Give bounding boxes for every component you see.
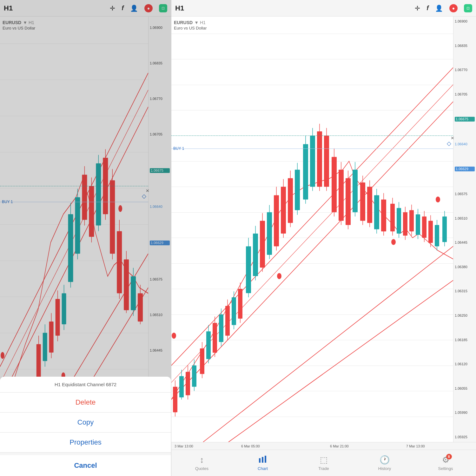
price-label: 1.06640: [455, 142, 475, 146]
right-panel: H1 ✛ f 👤 ● ⊡ EURUSD ▼ H1 Euro vs US Doll…: [171, 0, 476, 476]
bottom-nav: ↕ Quotes Chart ⬚ Trade 🕐 Histo: [171, 450, 476, 476]
price-label: 1.06185: [455, 338, 475, 342]
context-menu: H1 Equidistant Channel 6872 Delete Copy …: [0, 377, 171, 476]
svg-rect-140: [262, 457, 263, 463]
nav-chart-label: Chart: [258, 466, 268, 471]
right-crosshair-marker: ✕: [451, 136, 454, 141]
drawing-icon-r[interactable]: 👤: [435, 4, 443, 12]
right-chart-desc: Euro vs US Dollar: [174, 26, 207, 30]
nav-trade-label: Trade: [318, 466, 329, 471]
properties-button[interactable]: Properties: [0, 433, 171, 453]
price-label: 1.06510: [455, 217, 475, 220]
history-icon: 🕐: [380, 455, 390, 465]
price-label: 1.06445: [455, 241, 475, 244]
svg-line-54: [228, 280, 453, 442]
price-label-current-r: 1.06675: [455, 117, 475, 122]
price-label: 1.06120: [455, 362, 475, 366]
svg-point-58: [436, 196, 440, 202]
price-label: 1.06250: [455, 314, 475, 317]
nav-trade[interactable]: ⬚ Trade: [308, 455, 340, 471]
context-menu-title: H1 Equidistant Channel 6872: [0, 377, 171, 393]
indicator2-icon-r[interactable]: ⊡: [464, 4, 472, 12]
price-label: 1.05925: [455, 435, 475, 439]
right-header-icons: ✛ f 👤 ● ⊡: [415, 4, 472, 12]
right-price-axis: 1.06900 1.06835 1.06770 1.06705 1.06675 …: [453, 17, 476, 442]
left-panel: H1 ✛ f 👤 ● ⊡ EURUSD ▼ H1 Euro vs US Doll…: [0, 0, 171, 476]
right-time-axis: 3 Mar 13:00 6 Mar 05:00 6 Mar 21:00 7 Ma…: [171, 442, 476, 450]
nav-chart[interactable]: Chart: [247, 455, 279, 471]
price-label: 1.06315: [455, 289, 475, 293]
right-chart-header: H1 ✛ f 👤 ● ⊡: [171, 0, 476, 17]
price-label: 1.06900: [455, 20, 475, 23]
svg-rect-139: [259, 458, 261, 463]
time-label: 6 Mar 05:00: [241, 444, 260, 448]
app-container: H1 ✛ f 👤 ● ⊡ EURUSD ▼ H1 Euro vs US Doll…: [0, 0, 476, 476]
nav-quotes-label: Quotes: [195, 466, 208, 471]
right-timeframe: H1: [175, 4, 184, 12]
copy-button[interactable]: Copy: [0, 413, 171, 433]
time-label: 6 Mar 21:00: [330, 444, 349, 448]
svg-point-55: [172, 333, 176, 339]
right-buy-marker: ◇: [447, 140, 451, 147]
right-buy-line: [171, 149, 453, 149]
settings-badge: 8: [446, 454, 452, 459]
nav-settings-label: Settings: [438, 466, 453, 471]
right-current-price-line: [171, 136, 453, 136]
right-chart-symbol: EURUSD ▼ H1: [174, 19, 207, 26]
chart-icon: [258, 455, 267, 465]
svg-line-53: [203, 246, 453, 442]
crosshair-tool-icon-r[interactable]: ✛: [415, 4, 420, 12]
indicator1-icon-r[interactable]: ●: [449, 4, 458, 12]
quotes-icon: ↕: [200, 455, 204, 465]
settings-badge-container: ⚙ 8: [442, 455, 449, 465]
svg-rect-141: [265, 456, 266, 463]
svg-point-56: [277, 273, 281, 279]
right-candlestick-chart: [171, 17, 453, 442]
right-chart-info: EURUSD ▼ H1 Euro vs US Dollar: [174, 19, 207, 30]
nav-history-label: History: [378, 466, 391, 471]
nav-quotes[interactable]: ↕ Quotes: [186, 455, 218, 471]
nav-settings[interactable]: ⚙ 8 Settings: [430, 455, 461, 471]
price-label: 1.06705: [455, 93, 475, 96]
price-label: 1.06835: [455, 44, 475, 48]
right-buy-label: BUY 1: [173, 146, 184, 151]
context-menu-overlay: H1 Equidistant Channel 6872 Delete Copy …: [0, 0, 171, 476]
price-label: 1.05990: [455, 411, 475, 414]
price-label: 1.06055: [455, 387, 475, 390]
price-label: 1.06575: [455, 192, 475, 196]
nav-history[interactable]: 🕐 History: [369, 455, 400, 471]
price-label: 1.06380: [455, 265, 475, 269]
delete-button[interactable]: Delete: [0, 393, 171, 413]
price-label: 1.06770: [455, 68, 475, 72]
svg-point-57: [391, 239, 396, 245]
time-label: 3 Mar 13:00: [175, 444, 193, 448]
function-icon-r[interactable]: f: [426, 4, 429, 12]
trade-icon: ⬚: [320, 455, 328, 465]
right-chart-area: EURUSD ▼ H1 Euro vs US Dollar: [171, 17, 476, 442]
time-label: 7 Mar 13:00: [406, 444, 425, 448]
price-label-buy-r: 1.06629: [455, 167, 475, 171]
cancel-button[interactable]: Cancel: [0, 455, 171, 476]
